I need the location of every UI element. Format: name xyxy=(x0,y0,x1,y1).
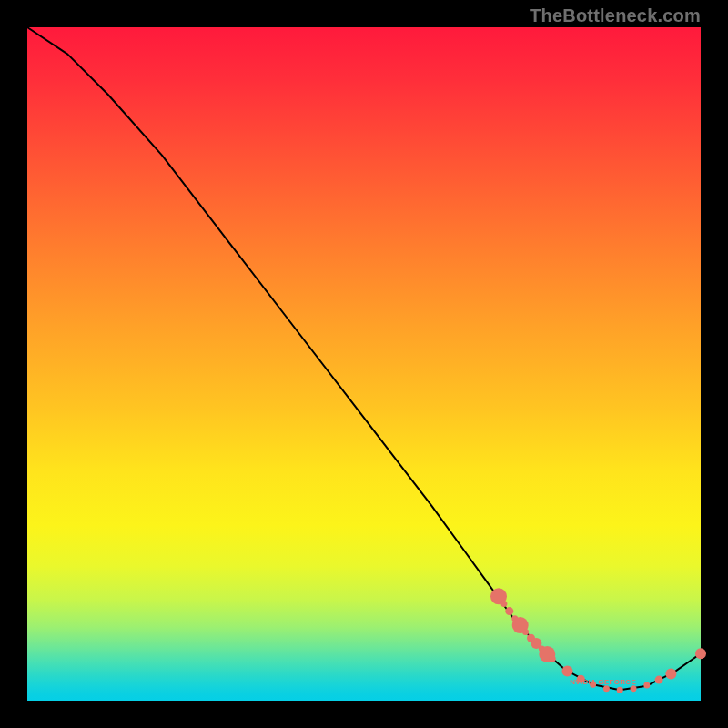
data-point xyxy=(643,682,650,689)
data-point xyxy=(695,648,706,659)
data-point xyxy=(603,685,610,692)
data-point xyxy=(500,601,507,607)
data-point xyxy=(550,656,556,662)
data-point xyxy=(505,607,513,615)
data-point xyxy=(631,685,637,692)
data-point xyxy=(617,687,623,693)
curve-group xyxy=(27,27,701,690)
data-point xyxy=(655,676,663,684)
annotation-group: NVIDIA GEFORCE xyxy=(570,678,636,686)
data-point xyxy=(665,668,676,679)
plot-area: NVIDIA GEFORCE xyxy=(27,27,701,701)
annotation-label: NVIDIA GEFORCE xyxy=(570,678,636,686)
curve-line xyxy=(27,27,701,690)
chart-stage: TheBottleneck.com NVIDIA GEFORCE xyxy=(0,0,728,728)
data-point xyxy=(562,665,573,676)
watermark-text: TheBottleneck.com xyxy=(530,5,701,26)
chart-svg: NVIDIA GEFORCE xyxy=(27,27,701,701)
data-point xyxy=(522,629,529,635)
